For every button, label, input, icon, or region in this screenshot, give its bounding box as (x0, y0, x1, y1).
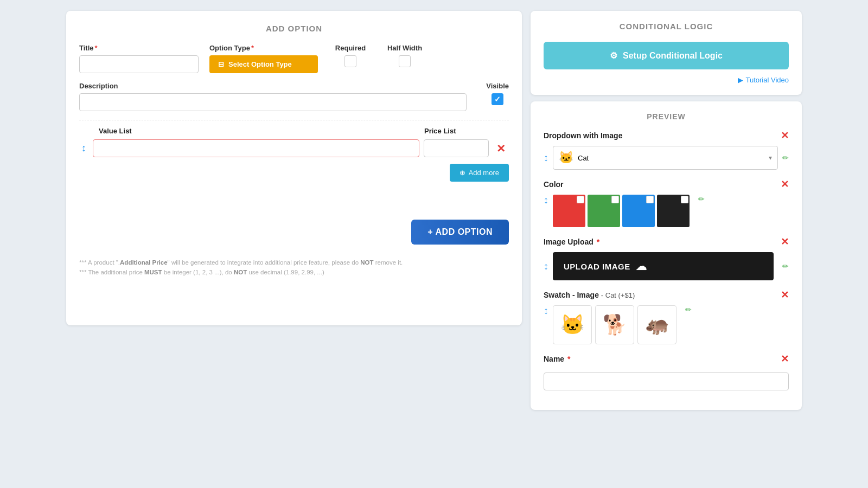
color-swatch-red-checkbox[interactable] (577, 196, 584, 203)
select-option-type-button[interactable]: ⊟ Select Option Type (209, 55, 318, 73)
plus-circle-icon: ⊕ (459, 169, 465, 177)
color-section-title: Color (544, 180, 564, 189)
swatch-sort-handle[interactable]: ↕ (544, 305, 548, 317)
add-more-button[interactable]: ⊕ Add more (450, 164, 509, 182)
option-type-group: Option Type* ⊟ Select Option Type (209, 44, 318, 73)
swatch-section: Swatch - Image - Cat (+$1) ✕ ↕ 🐱 🐕 🦛 ✏ (544, 289, 789, 344)
image-upload-section: Image Upload * ✕ ↕ UPLOAD IMAGE ☁ ✏ (544, 236, 789, 280)
value-price-row: ↕ ✕ (79, 139, 509, 157)
add-option-panel: ADD OPTION Title* Option Type* ⊟ Select … (66, 11, 522, 325)
add-option-button[interactable]: + ADD OPTION (411, 220, 509, 245)
preview-card: PREVIEW Dropdown with Image ✕ ↕ 🐱 Cat ▾ … (531, 101, 802, 410)
cloud-upload-icon: ☁ (636, 260, 647, 273)
color-edit-button[interactable]: ✏ (698, 195, 705, 203)
required-group: Required (329, 44, 372, 67)
image-upload-sort-handle[interactable]: ↕ (544, 261, 548, 272)
note2: *** The additional price MUST be integer… (79, 267, 509, 277)
price-input[interactable] (424, 139, 489, 157)
color-swatch-red[interactable] (553, 195, 585, 227)
image-upload-edit-button[interactable]: ✏ (782, 262, 789, 271)
swatch-dog[interactable]: 🐕 (595, 305, 634, 344)
upload-image-button[interactable]: UPLOAD IMAGE ☁ (553, 252, 774, 280)
value-list-header: Value List (99, 127, 420, 135)
title-label: Title* (79, 44, 199, 52)
required-checkbox[interactable] (344, 55, 356, 67)
name-section-title: Name * (544, 355, 570, 363)
color-swatch-blue-checkbox[interactable] (646, 196, 654, 203)
color-swatch-green-checkbox[interactable] (611, 196, 619, 203)
play-circle-icon: ▶ (738, 76, 743, 84)
dropdown-edit-button[interactable]: ✏ (782, 153, 789, 162)
sort-handle[interactable]: ↕ (79, 139, 88, 157)
swatch-hippo[interactable]: 🦛 (637, 305, 676, 344)
notes: *** A product ".Additional Price" will b… (79, 252, 509, 278)
name-section: Name * ✕ (544, 353, 789, 390)
dropdown-delete-button[interactable]: ✕ (781, 130, 789, 142)
visible-group: Visible (486, 82, 509, 105)
color-swatch-black-checkbox[interactable] (681, 196, 688, 203)
cat-emoji: 🐱 (559, 151, 573, 165)
swatch-images: 🐱 🐕 🦛 (553, 305, 676, 344)
description-group: Description (79, 82, 467, 111)
swatch-cat[interactable]: 🐱 (553, 305, 592, 344)
title-input[interactable] (79, 55, 199, 73)
name-input-preview[interactable] (544, 373, 789, 390)
dropdown-section: Dropdown with Image ✕ ↕ 🐱 Cat ▾ ✏ (544, 130, 789, 170)
conditional-logic-card: CONDITIONAL LOGIC ⚙ Setup Conditional Lo… (531, 11, 802, 95)
chevron-down-icon: ▾ (769, 154, 772, 162)
color-delete-button[interactable]: ✕ (781, 178, 789, 190)
dropdown-section-title: Dropdown with Image (544, 131, 622, 140)
option-type-label: Option Type* (209, 44, 318, 52)
tutorial-link[interactable]: ▶ Tutorial Video (544, 76, 789, 84)
note1: *** A product ".Additional Price" will b… (79, 258, 509, 267)
select-icon: ⊟ (218, 60, 224, 68)
color-swatch-green[interactable] (588, 195, 620, 227)
description-input[interactable] (79, 93, 467, 111)
price-list-header: Price List (424, 127, 489, 135)
setup-conditional-logic-button[interactable]: ⚙ Setup Conditional Logic (544, 42, 789, 69)
color-section: Color ✕ ↕ (544, 178, 789, 227)
color-swatch-black[interactable] (657, 195, 690, 227)
color-swatches (553, 195, 690, 227)
swatch-section-title: Swatch - Image - Cat (+$1) (544, 291, 635, 299)
conditional-logic-title: CONDITIONAL LOGIC (544, 22, 789, 31)
add-option-title: ADD OPTION (79, 24, 509, 33)
required-label: Required (335, 44, 366, 52)
name-delete-button[interactable]: ✕ (781, 353, 789, 365)
right-panel: CONDITIONAL LOGIC ⚙ Setup Conditional Lo… (531, 11, 802, 410)
color-sort-handle[interactable]: ↕ (544, 195, 548, 206)
delete-row-button[interactable]: ✕ (493, 139, 509, 157)
visible-checkbox[interactable] (492, 93, 503, 105)
description-label: Description (79, 82, 467, 90)
swatch-delete-button[interactable]: ✕ (781, 289, 789, 301)
color-swatch-blue[interactable] (622, 195, 655, 227)
half-width-checkbox[interactable] (399, 55, 411, 67)
gear-icon: ⚙ (610, 50, 617, 61)
half-width-label: Half Width (387, 44, 422, 52)
image-upload-title: Image Upload * (544, 237, 599, 246)
title-group: Title* (79, 44, 199, 73)
value-input[interactable] (93, 139, 419, 157)
dropdown-selected-value: Cat (578, 154, 589, 162)
button-row: ⊕ Add more (79, 164, 509, 214)
swatch-edit-button[interactable]: ✏ (685, 305, 692, 314)
half-width-group: Half Width (383, 44, 426, 67)
dropdown-sort-handle[interactable]: ↕ (544, 152, 548, 164)
divider (79, 120, 509, 120)
dropdown-select[interactable]: 🐱 Cat ▾ (553, 146, 778, 170)
preview-title: PREVIEW (544, 112, 789, 121)
visible-label: Visible (486, 82, 509, 90)
image-upload-delete-button[interactable]: ✕ (781, 236, 789, 248)
